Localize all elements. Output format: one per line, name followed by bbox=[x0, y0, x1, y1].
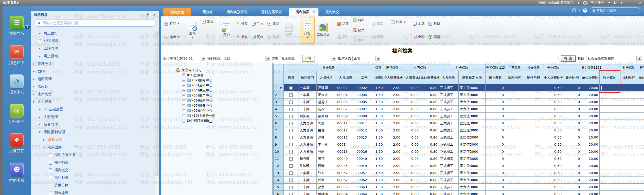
cell-账户比例[interactable]: 0 bbox=[563, 148, 581, 155]
chevron-collapsed-icon[interactable]: ▶ bbox=[39, 116, 41, 118]
cell-账户基数[interactable]: 0 bbox=[486, 84, 505, 91]
cell-工号[interactable]: 00009 bbox=[355, 113, 374, 120]
cell-证件号码[interactable] bbox=[524, 177, 543, 184]
cell-福利地区[interactable] bbox=[620, 169, 638, 177]
cell-人员姓名[interactable]: 卢林 bbox=[317, 134, 336, 141]
tab-close-icon[interactable]: × bbox=[313, 10, 315, 14]
org-node-(06)技术中心[interactable]: +(06)技术中心 bbox=[178, 98, 272, 103]
cell-单位缴费比例%[interactable] bbox=[638, 134, 644, 141]
import-button[interactable]: 导入 bbox=[250, 21, 265, 27]
cell-缴费比例%[interactable]: 1.50 bbox=[374, 127, 383, 134]
cell-账户比例[interactable]: 0 bbox=[563, 127, 581, 134]
cell-人员编码[interactable]: 00005 bbox=[336, 99, 355, 106]
table-row[interactable]: 8人力资源卢林00013000131.502.000.000.80正式员工固定值… bbox=[274, 134, 644, 141]
column-header-账户其他[interactable]: 账户其他 bbox=[600, 71, 620, 84]
column-header-基数核定方法[interactable]: 基数核定方法 bbox=[459, 71, 486, 84]
cell-缴费比例%[interactable]: 1.50 bbox=[374, 184, 383, 191]
row-number-cell[interactable]: 6 bbox=[274, 120, 284, 127]
cell-福利部门[interactable]: 一车间 bbox=[298, 84, 317, 91]
nav-scrollbar[interactable]: ▲ bbox=[155, 30, 159, 195]
cell-账户比例[interactable]: 0 bbox=[563, 113, 581, 120]
cell-账户基数[interactable]: 0 bbox=[486, 99, 505, 106]
expand-plus-icon[interactable]: + bbox=[183, 89, 185, 92]
cell-账户其他[interactable] bbox=[600, 169, 620, 177]
cell-个人缴费比例%[interactable]: 2.00 bbox=[383, 127, 402, 134]
delete-button[interactable]: 删除 bbox=[266, 21, 281, 27]
cell-基数核定方法[interactable]: 固定值3000 bbox=[459, 141, 486, 148]
nav-tree-item-人事管理[interactable]: ▶人事管理 bbox=[31, 113, 155, 121]
column-header-个人缴费比例%[interactable]: 个人缴费比例% bbox=[543, 71, 563, 84]
column-header-单位缴费比例%[interactable]: 单位缴费比例% bbox=[420, 71, 439, 84]
cell-缴费比例%[interactable]: 1.50 bbox=[374, 162, 383, 169]
cell-人员类别[interactable]: 正式员工 bbox=[439, 177, 459, 184]
cell-个人缴费比例%[interactable]: 0.50 bbox=[543, 155, 563, 162]
cell-单位缴费比例%[interactable]: 20.00 bbox=[581, 91, 600, 99]
cell-人员类别[interactable]: 正式员工 bbox=[439, 127, 459, 134]
row-checkbox[interactable] bbox=[289, 179, 293, 182]
cell-证件号码[interactable] bbox=[524, 184, 543, 191]
cell-单位缴费比例%[interactable]: 0.80 bbox=[420, 184, 439, 191]
expand-plus-icon[interactable]: + bbox=[183, 114, 185, 117]
cell-福利地区[interactable] bbox=[505, 177, 524, 184]
cell-福利地区[interactable] bbox=[505, 134, 524, 141]
table-row[interactable]: 1▶一车间冯建国00002000021.502.000.000.80正式员工固定… bbox=[274, 84, 644, 91]
sync-button[interactable]: 同步 bbox=[250, 34, 265, 40]
chevron-collapsed-icon[interactable]: ▶ bbox=[39, 47, 41, 50]
cell-工号[interactable] bbox=[355, 141, 374, 148]
panel-splitter[interactable] bbox=[159, 11, 161, 195]
cell-账户基数[interactable]: 0 bbox=[486, 120, 505, 127]
open-account-button[interactable]: 开户 bbox=[219, 17, 234, 44]
query-button[interactable]: 查询▼ bbox=[185, 17, 200, 44]
transfer-out-button[interactable]: 转出 bbox=[351, 18, 366, 23]
nav-tree-item-福利缴交[interactable]: 福利缴交 bbox=[31, 166, 155, 174]
nav-tree-item-电商管理[interactable]: ▶电商管理 bbox=[31, 75, 155, 83]
cell-选择[interactable] bbox=[284, 84, 298, 91]
modify-button[interactable]: 修改 bbox=[234, 21, 249, 27]
cell-选择[interactable] bbox=[284, 141, 298, 148]
cell-选择[interactable] bbox=[284, 148, 298, 155]
nav-tree-item-网上报销[interactable]: ▶网上报销 bbox=[31, 52, 155, 60]
row-checkbox[interactable] bbox=[289, 171, 293, 175]
cell-单位缴费比例%[interactable] bbox=[638, 106, 644, 113]
nav-tree-item-薪资管理[interactable]: ▶薪资管理 bbox=[31, 121, 155, 128]
row-checkbox[interactable] bbox=[289, 101, 293, 104]
pin-icon[interactable] bbox=[147, 13, 149, 15]
table-row[interactable]: 16三车间詹楠楠00064000641.502.000.000.80正式员工固定… bbox=[274, 191, 644, 195]
cell-福利部门[interactable]: 人力资源 bbox=[298, 141, 317, 148]
mood-icon[interactable]: ☺ bbox=[572, 8, 576, 13]
save-button[interactable]: 保存 bbox=[281, 17, 296, 44]
cell-账户其他[interactable] bbox=[600, 99, 620, 106]
cell-个人缴费比例%[interactable]: 0.00 bbox=[402, 99, 420, 106]
tab-福利档案[interactable]: 福利档案× bbox=[289, 8, 318, 16]
cell-个人缴费比例%[interactable]: 0.50 bbox=[543, 84, 563, 91]
cell-福利部门[interactable]: 销售部 bbox=[298, 155, 317, 162]
column-header-账户比例[interactable]: 账户比例 bbox=[563, 71, 581, 84]
cell-个人缴费比例%[interactable]: 2.00 bbox=[383, 99, 402, 106]
cell-人员姓名[interactable]: 崔可 bbox=[317, 155, 336, 162]
cell-缴费比例%[interactable]: 1.50 bbox=[374, 106, 383, 113]
nav-tree-item-管理会计[interactable]: ▶管理会计 bbox=[31, 60, 155, 68]
nav-tree-item-保险福利管理[interactable]: ▼保险福利管理 bbox=[31, 128, 155, 136]
cell-选择[interactable] bbox=[284, 162, 298, 169]
cell-基数核定方法[interactable]: 固定值3000 bbox=[459, 84, 486, 91]
column-header-工号[interactable]: 工号 bbox=[355, 71, 374, 84]
cell-单位缴费比例%[interactable]: 0.80 bbox=[420, 120, 439, 127]
cell-福利地区[interactable] bbox=[620, 84, 638, 91]
cell-工号[interactable]: 00016 bbox=[355, 148, 374, 155]
expand-plus-icon[interactable]: + bbox=[183, 94, 185, 97]
cell-个人缴费比例%[interactable]: 0.50 bbox=[543, 141, 563, 148]
row-number-cell[interactable]: 5 bbox=[274, 113, 284, 120]
cell-单位缴费比例%[interactable] bbox=[638, 91, 644, 99]
chevron-collapsed-icon[interactable]: ▶ bbox=[39, 123, 41, 126]
cell-基数核定方法[interactable]: 固定值3000 bbox=[459, 155, 486, 162]
chevron-collapsed-icon[interactable]: ▶ bbox=[43, 139, 46, 141]
cell-单位缴费比例%[interactable] bbox=[638, 99, 644, 106]
cell-证件号码[interactable] bbox=[524, 191, 543, 195]
table-row[interactable]: 7人力资源曲璐00012000121.502.000.000.80正式员工固定值… bbox=[274, 127, 644, 134]
cell-工号[interactable]: 00057 bbox=[355, 169, 374, 177]
cell-基数核定方法[interactable]: 固定值3000 bbox=[459, 134, 486, 141]
row-checkbox[interactable] bbox=[289, 129, 293, 132]
cell-福利地区[interactable] bbox=[505, 155, 524, 162]
cell-选择[interactable] bbox=[284, 155, 298, 162]
row-checkbox[interactable] bbox=[289, 93, 293, 97]
